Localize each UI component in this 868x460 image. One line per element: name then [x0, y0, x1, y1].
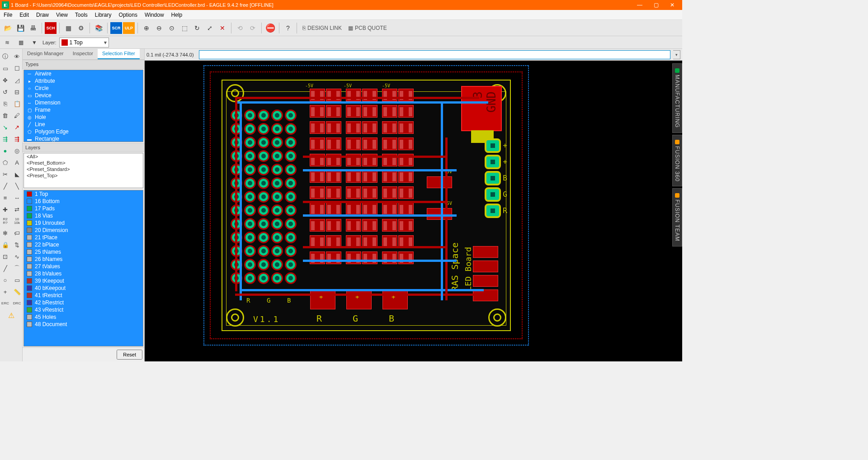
type-item[interactable]: ▬Rectangle [24, 135, 143, 142]
route-tool[interactable]: ↘ [0, 122, 11, 133]
layer-item[interactable]: 28 bValues [24, 270, 143, 277]
layers-list[interactable]: 1 Top16 Bottom17 Pads18 Vias19 Unrouted2… [24, 190, 143, 346]
minimize-button[interactable]: — [632, 0, 648, 10]
library-button[interactable]: 📚 [93, 22, 104, 34]
type-item[interactable]: ↔Dimension [24, 99, 143, 106]
circle-tool[interactable]: ○ [0, 275, 11, 285]
type-item[interactable]: ▢Frame [24, 106, 143, 114]
arc-tool[interactable]: ⌒ [12, 263, 23, 274]
menu-file[interactable]: File [0, 12, 16, 18]
type-item[interactable]: ⬠Polygon Edge [24, 128, 143, 135]
hole-tool[interactable]: ◎ [12, 145, 23, 156]
pcb-quote-button[interactable]: ▦PCB QUOTE [345, 25, 390, 31]
move-tool[interactable]: ✥ [0, 75, 11, 85]
line-tool[interactable]: ╱ [0, 263, 11, 274]
rect-tool[interactable]: ▭ [12, 275, 23, 285]
layer-select[interactable]: 1 Top ▾ [59, 38, 109, 47]
smash-tool[interactable]: ✻ [0, 228, 11, 238]
value-tool[interactable]: 1010k [12, 216, 23, 227]
command-input[interactable] [199, 50, 670, 59]
layer-item[interactable]: 1 Top [24, 190, 143, 198]
layer-item[interactable]: 18 Vias [24, 212, 143, 219]
reset-button[interactable]: Reset [117, 350, 142, 360]
filter-button[interactable]: ▼ [29, 38, 40, 47]
zoom-redraw-button[interactable]: ↻ [191, 22, 203, 34]
copy-tool[interactable]: ⎘ [0, 98, 11, 109]
layer-item[interactable]: 25 tNames [24, 248, 143, 256]
manufacturing-tab[interactable]: MANUFACTURING [672, 63, 682, 133]
group-tool[interactable]: ☐ [12, 63, 23, 74]
layer-item[interactable]: 39 tKeepout [24, 277, 143, 285]
miter-tool[interactable]: ◣ [12, 169, 23, 180]
replace-tool[interactable]: ⇄ [12, 204, 23, 215]
grid-button[interactable]: ▦ [15, 38, 26, 47]
ripup-multi-tool[interactable]: ⇶ [12, 133, 23, 144]
layer-item[interactable]: 45 Holes [24, 313, 143, 321]
maximize-button[interactable]: ▢ [648, 0, 664, 10]
type-item[interactable]: ╱Line [24, 121, 143, 128]
layer-item[interactable]: 22 bPlace [24, 241, 143, 248]
erc-tool[interactable]: ERC [0, 298, 11, 309]
unroute-button[interactable]: ✕ [217, 22, 228, 34]
cam-button[interactable]: ⚙ [75, 22, 87, 34]
design-link-button[interactable]: ⎘DESIGN LINK [300, 25, 344, 31]
layer-item[interactable]: 20 Dimension [24, 227, 143, 234]
layer-item[interactable]: 43 vRestrict [24, 306, 143, 313]
tab-design-manager[interactable]: Design Manager [23, 49, 68, 59]
layer-preset-list[interactable]: <All><Preset_Bottom><Preset_Standard><Pr… [24, 153, 143, 188]
zoom-in-button[interactable]: ⊕ [141, 22, 152, 34]
layer-item[interactable]: 21 tPlace [24, 234, 143, 241]
optimize-tool[interactable]: ⊡ [0, 251, 11, 262]
types-list[interactable]: ─Airwire▸Attribute○Circle▭Device↔Dimensi… [24, 70, 143, 142]
schematic-button[interactable]: SCH [45, 22, 57, 34]
layer-preset-item[interactable]: <Preset_Bottom> [24, 160, 143, 166]
ripup-tool[interactable]: ↗ [12, 122, 23, 133]
menu-draw[interactable]: Draw [33, 12, 52, 18]
change-tool[interactable]: 🖊 [12, 110, 23, 121]
layer-preset-item[interactable]: <Preset_Top> [24, 172, 143, 179]
text-tool[interactable]: A [12, 157, 23, 168]
redo-button[interactable]: ⟳ [247, 22, 259, 34]
command-history-dropdown[interactable]: ▾ [673, 50, 680, 59]
polygon-tool[interactable]: ⬠ [0, 157, 11, 168]
tab-inspector[interactable]: Inspector [68, 49, 98, 59]
add-tool[interactable]: ✚ [0, 204, 11, 215]
zoom-window-button[interactable]: ⤢ [204, 22, 216, 34]
info-tool[interactable]: ⓘ [0, 51, 11, 62]
board-button[interactable]: ▦ [62, 22, 74, 34]
paste-tool[interactable]: 📋 [12, 98, 23, 109]
rotate-tool[interactable]: ↺ [0, 86, 11, 97]
label-tool[interactable]: 🏷 [12, 228, 23, 238]
show-tool[interactable]: 👁 [12, 51, 23, 62]
via-tool[interactable]: ● [0, 145, 11, 156]
type-item[interactable]: ◎Hole [24, 114, 143, 121]
fusion-team-tab[interactable]: FUSION TEAM [672, 188, 682, 247]
help-button[interactable]: ? [282, 22, 294, 34]
menu-tools[interactable]: Tools [71, 12, 91, 18]
layer-item[interactable]: 48 Document [24, 321, 143, 328]
save-button[interactable]: 💾 [14, 22, 26, 34]
type-item[interactable]: ▸Attribute [24, 77, 143, 85]
layer-item[interactable]: 26 bNames [24, 256, 143, 263]
menu-view[interactable]: View [52, 12, 71, 18]
scr-button[interactable]: SCR [110, 22, 122, 34]
menu-options[interactable]: Options [115, 12, 141, 18]
zoom-select-button[interactable]: ⬚ [179, 22, 190, 34]
layer-item[interactable]: 41 tRestrict [24, 292, 143, 299]
layers-button[interactable]: ≋ [2, 38, 13, 47]
name-tool[interactable]: R2R? [0, 216, 11, 227]
align-tool[interactable]: ⊟ [12, 86, 23, 97]
close-button[interactable]: ✕ [664, 0, 680, 10]
pcb-canvas[interactable]: GND 3 + + B G R RAS Space LED B [145, 61, 682, 361]
print-button[interactable]: 🖶 [27, 22, 39, 34]
dimension-tool[interactable]: ↔ [12, 192, 23, 203]
stop-button[interactable]: ⛔ [264, 22, 276, 34]
attribute-tool[interactable]: ≡ [0, 192, 11, 203]
layer-preset-item[interactable]: <Preset_Standard> [24, 166, 143, 172]
meander-tool[interactable]: ∿ [12, 251, 23, 262]
select-tool[interactable]: ▭ [0, 63, 11, 74]
mirror-tool[interactable]: ◿ [12, 75, 23, 85]
menu-window[interactable]: Window [141, 12, 168, 18]
menu-help[interactable]: Help [168, 12, 186, 18]
drc-tool[interactable]: DRC [12, 298, 23, 309]
